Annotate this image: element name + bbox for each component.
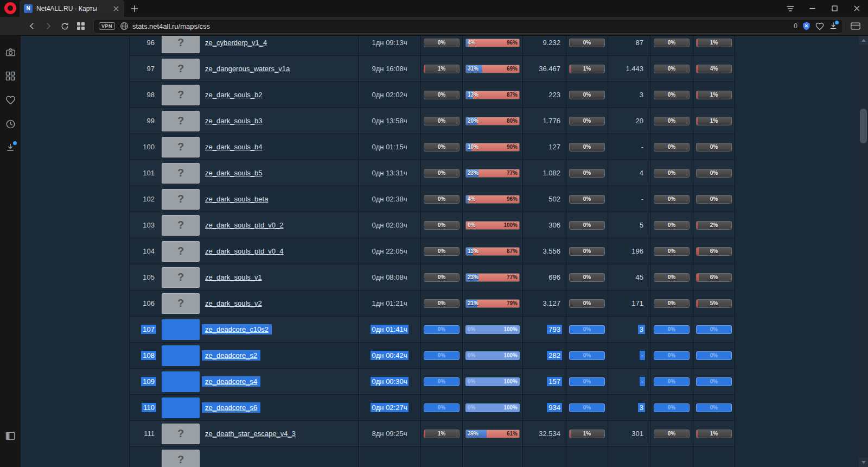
map-link[interactable]: ze_dark_souls_v1: [202, 272, 265, 282]
map-link[interactable]: ze_dark_souls_ptd_v0_2: [202, 220, 287, 230]
row-rank: 104: [141, 247, 156, 256]
row-rank: 108: [141, 351, 156, 360]
speed-dial-grid-icon[interactable]: [5, 71, 16, 81]
percent-badge-2: 1%: [569, 65, 605, 73]
tab-close-icon[interactable]: [111, 4, 121, 14]
snapshot-camera-icon[interactable]: [5, 47, 16, 58]
win-ratio-bar: 13%87%: [465, 247, 520, 256]
percent-badge-1: 0%: [424, 143, 459, 152]
percent-badge-3: 0%: [654, 351, 690, 360]
speed-dial-icon[interactable]: [73, 18, 89, 34]
percent-badge-3: 0%: [654, 430, 690, 438]
map-link[interactable]: ze_deadcore_s4: [202, 376, 260, 387]
percent-badge-3: 0%: [654, 325, 690, 334]
downloads-icon[interactable]: [829, 22, 838, 30]
downloads-sidebar-icon[interactable]: [5, 142, 16, 153]
map-thumbnail: ?: [162, 267, 200, 288]
map-link[interactable]: ze_cyberderp_v1_4: [202, 37, 270, 48]
map-link[interactable]: ze_deadcore_s6: [202, 402, 260, 413]
map-link[interactable]: ze_dark_souls_b3: [202, 116, 266, 126]
map-thumbnail: ?: [162, 345, 200, 366]
map-link[interactable]: ze_death_star_escape_v4_3: [202, 428, 299, 439]
row-count-1: 3.127: [541, 299, 562, 308]
page-content: 96 ? ze_cyberderp_v1_4 1дн 09:13ч 0% 4%9…: [21, 36, 859, 467]
win-ratio-bar: 20%80%: [465, 117, 520, 125]
scrollbar-thumb[interactable]: [860, 109, 867, 143]
percent-badge-1: 0%: [424, 117, 459, 125]
table-row: 111 ? ze_death_star_escape_v4_3 8дн 09:2…: [129, 421, 735, 447]
vpn-badge[interactable]: VPN: [99, 22, 115, 30]
map-link[interactable]: ze_dark_souls_v2: [202, 298, 265, 308]
scrollbar-up-arrow[interactable]: [859, 36, 868, 45]
table-row: 109 ? ze_deadcore_s4 0дн 00:30ч 0% 0%100…: [129, 369, 735, 395]
row-count-2: 1.443: [624, 64, 645, 73]
table-row: 98 ? ze_dark_souls_b2 0дн 02:02ч 0% 13%8…: [129, 82, 735, 108]
row-rank: 103: [141, 220, 156, 230]
new-tab-button[interactable]: [129, 3, 141, 14]
table-row: 101 ? ze_dark_souls_b5 0дн 13:31ч 0% 23%…: [129, 160, 735, 186]
row-count-2: -: [640, 142, 645, 152]
thumbnail-placeholder: ?: [177, 89, 184, 101]
sidebar-setup-icon[interactable]: [5, 431, 16, 441]
page-scrollbar[interactable]: [859, 36, 868, 467]
percent-badge-2: 0%: [569, 403, 605, 412]
percent-badge-1: 0%: [424, 247, 459, 256]
percent-badge-4: 1%: [696, 117, 732, 125]
thumbnail-placeholder: ?: [177, 427, 184, 440]
row-time: 0дн 00:30ч: [371, 377, 409, 386]
bookmarks-heart-icon[interactable]: [5, 94, 16, 105]
map-thumbnail: ?: [162, 111, 200, 131]
percent-badge-4: 4%: [696, 65, 732, 73]
bookmark-heart-icon[interactable]: [815, 22, 824, 30]
adblock-shield-icon[interactable]: [802, 22, 810, 30]
win-ratio-bar: 23%77%: [465, 273, 520, 282]
percent-badge-1: 0%: [424, 39, 459, 47]
percent-badge-4: 2%: [696, 221, 732, 230]
map-link[interactable]: ze_dark_souls_b5: [202, 168, 266, 178]
map-thumbnail: ?: [162, 450, 200, 467]
percent-badge-4: 5%: [696, 299, 732, 308]
map-link[interactable]: ze_dark_souls_beta: [202, 194, 271, 204]
scrollbar-down-arrow[interactable]: [859, 458, 868, 467]
download-sidebar-dot: [13, 141, 17, 145]
thumbnail-placeholder: ?: [177, 219, 184, 231]
row-rank: 109: [141, 377, 156, 386]
map-link[interactable]: ze_dark_souls_b4: [202, 142, 266, 152]
minimize-button[interactable]: [801, 0, 824, 17]
maximize-button[interactable]: [824, 0, 846, 17]
win-ratio-bar: 10%90%: [465, 143, 520, 152]
percent-badge-3: 0%: [654, 403, 690, 412]
map-link[interactable]: ze_dangerous_waters_v1a: [202, 64, 293, 74]
download-notification-dot: [835, 21, 839, 24]
row-rank: 106: [141, 299, 156, 308]
tab-title: Net4ALL.RU - Карты: [36, 5, 111, 12]
history-clock-icon[interactable]: [5, 118, 16, 129]
reload-icon[interactable]: [56, 18, 73, 34]
tab-favicon: N: [24, 4, 33, 13]
map-link[interactable]: ze_deadcore_s2: [202, 350, 260, 361]
win-ratio-bar: 4%96%: [465, 39, 520, 47]
tab-search-icon[interactable]: [779, 0, 801, 17]
map-link[interactable]: ze_dark_souls_ptd_v0_4: [202, 246, 287, 256]
row-rank: 105: [141, 273, 156, 282]
url-field[interactable]: VPN stats.net4all.ru/maps/css 0: [93, 19, 843, 34]
map-link[interactable]: ze_dark_souls_b2: [202, 90, 266, 100]
browser-tab[interactable]: N Net4ALL.RU - Карты: [20, 0, 124, 17]
url-text[interactable]: stats.net4all.ru/maps/css: [132, 22, 794, 30]
percent-badge-3: 0%: [654, 195, 690, 204]
percent-badge-4: 1%: [696, 91, 732, 99]
forward-icon[interactable]: [40, 18, 56, 34]
close-button[interactable]: [846, 0, 868, 17]
map-link[interactable]: ze_deadcore_c10s2: [202, 324, 272, 335]
row-time: 0дн 13:31ч: [371, 168, 409, 178]
table-row: ? 0% 0%0% 0% 0% 0%: [129, 447, 735, 467]
row-count-1: 157: [547, 377, 562, 386]
back-icon[interactable]: [24, 18, 40, 34]
row-time: 0дн 02:38ч: [371, 194, 409, 204]
wallet-icon[interactable]: [846, 18, 865, 34]
site-globe-icon[interactable]: [120, 22, 129, 30]
row-count-2: -: [640, 194, 645, 204]
opera-menu-button[interactable]: [4, 2, 16, 14]
map-thumbnail: ?: [162, 397, 200, 418]
percent-badge-1: 1%: [424, 430, 459, 438]
